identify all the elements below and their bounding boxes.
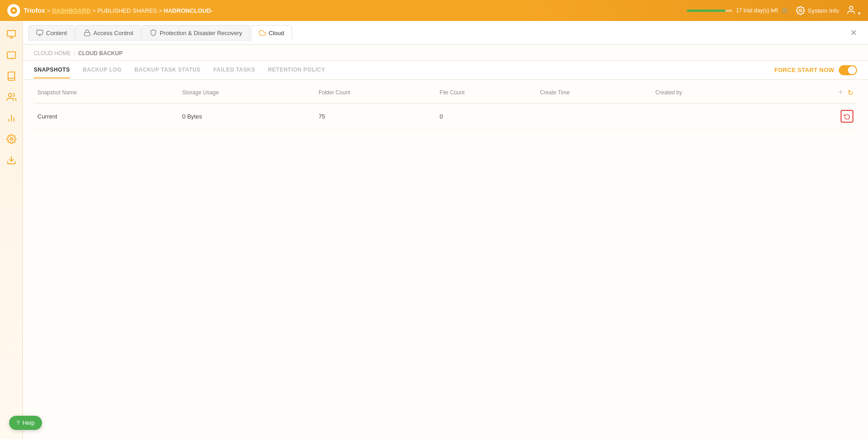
trial-progress-fill <box>687 10 726 12</box>
gear-icon <box>796 6 805 15</box>
col-name: Snapshot Name <box>34 80 178 103</box>
cell-create-time <box>536 103 652 129</box>
user-dropdown-arrow: ▾ <box>858 10 861 16</box>
sub-tab-retention-policy-label: RETENTION POLICY <box>268 67 325 73</box>
svg-point-1 <box>13 10 15 12</box>
sub-tab-retention-policy[interactable]: RETENTION POLICY <box>268 62 325 78</box>
sub-tab-backup-task-status[interactable]: BACKUP TASK STATUS <box>135 62 201 78</box>
user-account-icon <box>846 5 856 15</box>
table-body: Current 0 Bytes 75 0 <box>34 103 857 129</box>
cell-actions <box>758 103 857 129</box>
table-header-row: Snapshot Name Storage Usage Folder Count… <box>34 80 857 103</box>
tab-access-control[interactable]: Access Control <box>76 25 141 41</box>
question-icon: ? <box>16 419 20 426</box>
trial-text: 17 trial day(s) left <box>736 7 778 14</box>
col-create-time: Create Time <box>536 80 652 103</box>
cell-storage: 0 Bytes <box>178 103 315 129</box>
sub-tab-backup-task-status-label: BACKUP TASK STATUS <box>135 67 201 73</box>
trial-progress-bar <box>687 10 732 12</box>
tab-cloud[interactable]: Cloud <box>251 25 292 41</box>
restore-icon <box>844 113 850 119</box>
book-icon <box>6 71 16 81</box>
user-menu[interactable]: ▾ <box>846 5 861 16</box>
shield-tab-icon <box>150 29 157 36</box>
nav-right: 17 trial day(s) left 🛒 System Info ▾ <box>687 5 861 16</box>
sub-tab-failed-tasks-label: FAILED TASKS <box>213 67 255 73</box>
force-start-section: FORCE START NOW ✓ <box>774 65 857 75</box>
trial-info: 17 trial day(s) left 🛒 <box>687 7 789 14</box>
sidebar <box>0 21 23 439</box>
cloud-tab-icon <box>259 29 266 36</box>
help-button[interactable]: ? Help <box>9 416 42 430</box>
col-created-by: Created by <box>652 80 758 103</box>
tab-cloud-label: Cloud <box>269 30 284 36</box>
sidebar-item-dashboard[interactable] <box>3 26 20 43</box>
breadcrumb-dashboard[interactable]: DASHBOARD <box>52 7 91 14</box>
col-file: File Count <box>436 80 536 103</box>
cell-file: 0 <box>436 103 536 129</box>
sidebar-item-desktop[interactable] <box>3 46 20 64</box>
col-folder: Folder Count <box>315 80 436 103</box>
svg-point-9 <box>8 93 11 97</box>
svg-rect-18 <box>84 32 90 36</box>
svg-rect-4 <box>7 31 15 36</box>
tab-protection[interactable]: Protection & Disaster Recovery <box>142 25 250 41</box>
tab-close-button[interactable]: ✕ <box>845 28 863 38</box>
col-storage: Storage Usage <box>178 80 315 103</box>
users-icon <box>6 92 16 102</box>
lock-tab-icon <box>84 29 91 36</box>
chart-icon <box>6 113 16 123</box>
snapshot-table: Snapshot Name Storage Usage Folder Count… <box>34 80 857 129</box>
sidebar-item-settings[interactable] <box>3 130 20 148</box>
breadcrumb-cloud-home[interactable]: CLOUD HOME <box>34 50 71 57</box>
breadcrumb-sep: › <box>73 50 75 57</box>
sidebar-item-book[interactable] <box>3 67 20 85</box>
refresh-icon[interactable]: ↻ <box>847 89 853 97</box>
force-start-toggle[interactable]: ✓ <box>839 65 857 75</box>
toggle-check-icon: ✓ <box>851 67 855 73</box>
breadcrumb-cloud-backup: CLOUD BACKUP <box>78 50 122 57</box>
system-info-label: System Info <box>808 7 839 14</box>
monitor-icon <box>6 29 16 39</box>
col-created-by-label: Created by <box>655 89 682 96</box>
sep2: > <box>92 7 97 14</box>
restore-button[interactable] <box>841 110 853 123</box>
sub-tab-failed-tasks[interactable]: FAILED TASKS <box>213 62 255 78</box>
tab-content-label: Content <box>46 30 67 36</box>
col-actions: + ↻ <box>758 80 857 103</box>
tab-content[interactable]: Content <box>28 25 75 41</box>
main-content: Content Access Control Protection & Disa… <box>23 21 868 439</box>
add-button[interactable]: + <box>838 87 843 97</box>
sidebar-item-users[interactable] <box>3 88 20 106</box>
force-start-label[interactable]: FORCE START NOW <box>774 67 834 73</box>
cell-folder: 75 <box>315 103 436 129</box>
tab-bar: Content Access Control Protection & Disa… <box>23 21 868 45</box>
system-info-button[interactable]: System Info <box>796 6 839 15</box>
tab-protection-label: Protection & Disaster Recovery <box>160 30 242 36</box>
sub-tab-backup-log[interactable]: BACKUP LOG <box>83 62 121 78</box>
sub-tab-snapshots[interactable]: SNAPSHOTS <box>34 62 70 78</box>
sub-tab-bar: SNAPSHOTS BACKUP LOG BACKUP TASK STATUS … <box>23 61 868 80</box>
sub-tab-backup-log-label: BACKUP LOG <box>83 67 121 73</box>
settings-icon <box>6 134 16 144</box>
brand-name: Triofox <box>24 7 45 14</box>
help-label: Help <box>22 419 35 426</box>
top-breadcrumb: > DASHBOARD > PUBLISHED SHARES > HADRONC… <box>47 7 213 14</box>
tab-access-control-label: Access Control <box>94 30 133 36</box>
cell-name: Current <box>34 103 178 129</box>
brand-logo <box>7 4 20 17</box>
sep3: > <box>159 7 164 14</box>
sidebar-item-chart[interactable] <box>3 109 20 127</box>
svg-point-2 <box>799 10 801 12</box>
row-actions <box>761 110 853 123</box>
sep1: > <box>47 7 52 14</box>
download-icon <box>6 155 16 165</box>
main-layout: Content Access Control Protection & Disa… <box>0 21 868 439</box>
sidebar-item-download[interactable] <box>3 151 20 169</box>
cart-icon[interactable]: 🛒 <box>782 7 789 14</box>
desktop-icon <box>6 50 16 60</box>
cell-created-by <box>652 103 758 129</box>
breadcrumb-published: PUBLISHED SHARES <box>97 7 157 14</box>
table-header: Snapshot Name Storage Usage Folder Count… <box>34 80 857 103</box>
svg-rect-15 <box>37 30 42 34</box>
